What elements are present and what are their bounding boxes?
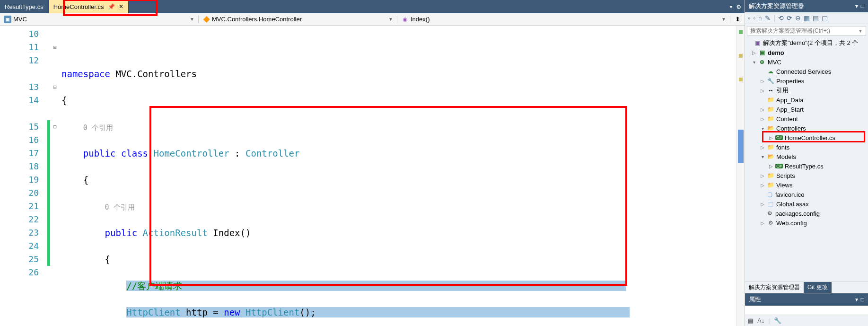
home-icon[interactable]: ⌂	[758, 14, 762, 22]
collapse-icon[interactable]: ⊖	[795, 14, 801, 22]
tree-mvc[interactable]: ▾⊕MVC	[745, 57, 868, 67]
showall-icon[interactable]: ▦	[804, 14, 810, 22]
tree-homecontroller[interactable]: ▷C#HomeController.cs	[745, 133, 868, 142]
cloud-icon: ☁	[767, 68, 774, 75]
properties-toolbar: ▤ A↓ | 🔧	[745, 315, 868, 326]
search-input[interactable]	[750, 27, 858, 34]
tree-appdata[interactable]: 📁App_Data	[745, 95, 868, 105]
solution-search[interactable]: ▼	[747, 26, 866, 35]
codelens-references[interactable]: 0 个引用	[83, 123, 113, 132]
solution-icon: ▣	[754, 40, 761, 46]
sync-icon[interactable]: ⟲	[778, 14, 784, 22]
fold-toggle[interactable]: ⊟	[50, 41, 60, 54]
project-icon: ▣	[4, 16, 11, 23]
tree-views[interactable]: ▷📁Views	[745, 180, 868, 190]
tree-resulttype[interactable]: ▷C#ResultType.cs	[745, 161, 868, 171]
panel-bottom-tabs: 解决方案资源管理器 Git 更改	[745, 282, 868, 293]
folder-icon: 📂	[767, 125, 774, 132]
project-icon: ▣	[758, 49, 766, 56]
tree-packages[interactable]: ⚙packages.config	[745, 209, 868, 218]
categorized-icon[interactable]: ▤	[748, 317, 754, 324]
tab-bar: ResultType.cs HomeController.cs 📌 ✕ ▾ ⚙	[0, 0, 745, 13]
nav-class[interactable]: 🔶 MVC.Controllers.HomeController ▼	[199, 16, 397, 23]
tree-global[interactable]: ▷⬚Global.asax	[745, 199, 868, 209]
nav-split[interactable]: ⬍	[730, 16, 745, 23]
scope-icon[interactable]: ✎	[765, 14, 771, 22]
nav-project-label: MVC	[13, 16, 27, 23]
code-body[interactable]: namespace MVC.Controllers { 0 个引用 public…	[60, 26, 736, 326]
panel-toolbar: ◦ ◦ ⌂ ✎ | ⟲ ⟳ ⊖ ▦ ▤ ▢	[745, 12, 868, 24]
wrench-icon[interactable]: 🔧	[774, 317, 781, 324]
tree-references[interactable]: ▷▪▪引用	[745, 86, 868, 95]
nav-method[interactable]: ◉ Index() ▼	[397, 16, 730, 23]
tree-properties[interactable]: ▷🔧Properties	[745, 76, 868, 86]
tree-models[interactable]: ▾📂Models	[745, 152, 868, 161]
tab-git-changes[interactable]: Git 更改	[804, 282, 832, 293]
tree-fonts[interactable]: ▷📁fonts	[745, 142, 868, 152]
fold-toggle[interactable]: ⊟	[50, 120, 60, 133]
wrench-icon: 🔧	[767, 78, 774, 84]
preview-icon[interactable]: ▢	[822, 14, 828, 22]
panel-title: 解决方案资源管理器	[749, 2, 804, 10]
folder-icon: 📂	[767, 153, 774, 160]
code-editor[interactable]: 10 11 12 13 14 15 16 17 18 19 20 21 22 2…	[0, 26, 745, 326]
fold-column: ⊟ ⊟ ⊟	[50, 26, 60, 326]
solution-explorer-panel: 解决方案资源管理器 ▾ □ ◦ ◦ ⌂ ✎ | ⟲ ⟳ ⊖ ▦ ▤ ▢ ▼ ▣解…	[745, 0, 868, 326]
nav-bar: ▣ MVC ▼ 🔶 MVC.Controllers.HomeController…	[0, 13, 745, 26]
dropdown-icon[interactable]: ▾	[729, 3, 733, 10]
solution-tree[interactable]: ▣解决方案"demo"(2 个项目，共 2 个 ▷▣demo ▾⊕MVC ☁Co…	[745, 37, 868, 282]
tree-webconfig[interactable]: ▷⚙Web.config	[745, 218, 868, 228]
tree-scripts[interactable]: ▷📁Scripts	[745, 171, 868, 180]
refresh-icon[interactable]: ⟳	[787, 14, 792, 22]
properties-selector[interactable]	[745, 306, 868, 315]
overview-ruler[interactable]	[736, 26, 745, 326]
properties-icon[interactable]: ▤	[813, 14, 819, 22]
tree-controllers[interactable]: ▾📂Controllers	[745, 123, 868, 133]
tree-favicon[interactable]: ▢favicon.ico	[745, 190, 868, 199]
references-icon: ▪▪	[767, 87, 774, 94]
project-icon: ⊕	[758, 59, 766, 65]
dropdown-icon[interactable]: ▾	[855, 3, 858, 9]
chevron-down-icon: ▼	[190, 17, 194, 22]
folder-icon: 📁	[767, 172, 774, 179]
class-icon: 🔶	[202, 16, 210, 23]
tree-solution[interactable]: ▣解决方案"demo"(2 个项目，共 2 个	[745, 38, 868, 48]
nav-class-label: MVC.Controllers.HomeController	[212, 16, 302, 23]
dropdown-icon[interactable]: ▾	[855, 296, 858, 303]
properties-title: 属性	[749, 295, 761, 304]
search-dropdown-icon[interactable]: ▼	[858, 28, 863, 34]
back-icon[interactable]: ◦	[748, 14, 750, 22]
folder-icon: 📁	[767, 115, 774, 122]
tree-connected[interactable]: ☁Connected Services	[745, 67, 868, 76]
tab-label: ResultType.cs	[5, 3, 44, 10]
close-icon[interactable]: □	[861, 296, 864, 303]
method-icon: ◉	[401, 16, 409, 23]
split-icon: ⬍	[735, 16, 740, 23]
nav-project[interactable]: ▣ MVC ▼	[0, 16, 199, 23]
close-icon[interactable]: ✕	[119, 3, 123, 10]
tree-demo[interactable]: ▷▣demo	[745, 48, 868, 57]
folder-icon: 📁	[767, 106, 774, 113]
tab-homecontroller[interactable]: HomeController.cs 📌 ✕	[49, 0, 129, 13]
nav-method-label: Index()	[411, 16, 430, 23]
tab-tools: ▾ ⚙	[729, 0, 745, 13]
forward-icon[interactable]: ◦	[753, 14, 755, 22]
close-icon[interactable]: □	[861, 3, 864, 9]
tree-appstart[interactable]: ▷📁App_Start	[745, 105, 868, 114]
tab-label: HomeController.cs	[53, 3, 104, 10]
codelens-references[interactable]: 0 个引用	[105, 203, 135, 211]
tab-resulttype[interactable]: ResultType.cs	[0, 0, 49, 13]
folder-icon: 📁	[767, 182, 774, 188]
properties-header: 属性 ▾ □	[745, 293, 868, 306]
csharp-icon: C#	[775, 164, 783, 168]
alphabetical-icon[interactable]: A↓	[757, 317, 764, 324]
fold-toggle[interactable]: ⊟	[50, 80, 60, 94]
line-gutter: 10 11 12 13 14 15 16 17 18 19 20 21 22 2…	[0, 26, 47, 326]
folder-icon: 📁	[767, 144, 774, 150]
tab-solution-explorer[interactable]: 解决方案资源管理器	[745, 282, 804, 293]
pin-icon[interactable]: 📌	[108, 3, 115, 10]
chevron-down-icon: ▼	[721, 17, 726, 22]
csharp-icon: C#	[775, 135, 783, 140]
gear-icon[interactable]: ⚙	[737, 3, 741, 10]
tree-content[interactable]: ▷📁Content	[745, 114, 868, 123]
